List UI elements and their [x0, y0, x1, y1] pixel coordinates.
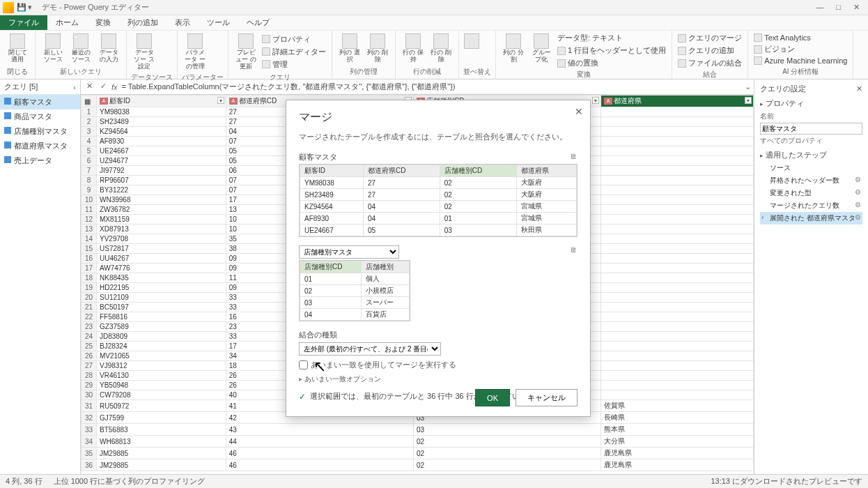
datatype-button[interactable]: データ型: テキスト: [556, 32, 667, 44]
preview-header[interactable]: 店舗種別CD: [440, 165, 516, 177]
preview-header[interactable]: 店舗種別: [361, 261, 409, 273]
dialog-close-icon[interactable]: ✕: [575, 106, 583, 117]
step-gear-icon[interactable]: ⚙: [855, 176, 861, 183]
ok-button[interactable]: OK: [475, 389, 510, 406]
column-header[interactable]: A顧客ID▾: [97, 96, 226, 107]
save-icon[interactable]: 💾: [17, 3, 26, 13]
vision-button[interactable]: ビジョン: [752, 43, 848, 55]
properties-button[interactable]: プロパティ: [261, 33, 327, 45]
datasource-settings-button[interactable]: データソー ス設定: [131, 32, 157, 72]
join-type-select[interactable]: 左外部 (最初の行すべて、および 2 番目の行のうち…: [299, 342, 441, 356]
fuzzy-match-checkbox[interactable]: [299, 360, 308, 369]
maximize-button[interactable]: □: [836, 3, 841, 12]
query-item[interactable]: 店舗種別マスタ: [0, 124, 80, 139]
table2-preview[interactable]: 店舗種別CD店舗種別01個人02小規模店03スーパー04百貨店: [299, 260, 410, 321]
section-steps[interactable]: 適用したステップ: [760, 147, 862, 162]
cancel-button[interactable]: キャンセル: [516, 389, 578, 406]
tab-addcolumn[interactable]: 列の追加: [119, 15, 166, 30]
window-title: デモ - Power Query エディター: [42, 2, 149, 13]
combine-files-button[interactable]: ファイルの結合: [676, 57, 743, 69]
text-analytics-button[interactable]: Text Analytics: [752, 33, 848, 43]
column-header[interactable]: A都道府県▾: [601, 96, 754, 107]
collapse-queries-icon[interactable]: ‹: [73, 83, 76, 91]
refresh-preview-button[interactable]: プレビュー の更新: [233, 32, 259, 72]
preview-row: UE246670503秋田県: [300, 224, 577, 236]
column-filter-icon[interactable]: ▾: [592, 97, 599, 104]
close-apply-button[interactable]: 閉じて 適用: [4, 32, 31, 66]
tab-transform[interactable]: 変換: [87, 15, 119, 30]
query-settings-panel: クエリの設定✕ プロパティ 名前 すべてのプロパティ 適用したステップ ソース昇…: [754, 79, 868, 487]
table1-preview[interactable]: 顧客ID都道府県CD店舗種別CD都道府県YM980382702大阪府SH2348…: [299, 164, 578, 237]
formula-cancel-icon[interactable]: ✕: [84, 82, 95, 93]
keep-rows-button[interactable]: 行の 保持: [400, 32, 426, 66]
step-gear-icon[interactable]: ⚙: [855, 201, 861, 208]
remove-rows-button[interactable]: 行の 削除: [428, 32, 454, 66]
applied-step[interactable]: 変更された型⚙: [760, 187, 862, 199]
step-gear-icon[interactable]: ⚙: [855, 188, 861, 196]
step-gear-icon[interactable]: ⚙: [855, 213, 861, 221]
query-item[interactable]: 売上データ: [0, 153, 80, 168]
group-by-button[interactable]: グルー プ化: [528, 32, 555, 69]
preview-row: AF89300401宮城県: [300, 213, 577, 224]
status-preview-time: 13:13 にダウンロードされたプレビューです: [711, 476, 862, 487]
formula-expand-icon[interactable]: ⌄: [745, 82, 751, 91]
parameters-button[interactable]: パラメータ ーの管理: [182, 32, 208, 72]
sort-button[interactable]: [463, 32, 480, 66]
column-filter-icon[interactable]: ▾: [745, 97, 752, 104]
applied-step[interactable]: マージされたクエリ数⚙: [760, 199, 862, 212]
merge-queries-button[interactable]: クエリのマージ: [676, 32, 743, 44]
first-row-header-button[interactable]: 1 行目をヘッダーとして使用: [556, 45, 667, 56]
choose-columns-button[interactable]: 列の 選択: [336, 32, 363, 66]
all-properties-link[interactable]: すべてのプロパティ: [760, 135, 862, 147]
fuzzy-match-label: あいまい一致を使用してマージを実行する: [311, 360, 456, 370]
table2-select[interactable]: 店舗種別マスタ: [299, 245, 399, 259]
preview-header[interactable]: 店舗種別CD: [300, 261, 362, 273]
append-queries-button[interactable]: クエリの追加: [676, 45, 743, 56]
manage-button[interactable]: 管理: [261, 59, 327, 70]
table1-options-icon[interactable]: 🗎: [570, 152, 578, 162]
tab-view[interactable]: 表示: [166, 15, 199, 30]
split-column-button[interactable]: 列の 分割: [500, 32, 527, 69]
query-item[interactable]: 商品マスタ: [0, 109, 80, 124]
formula-commit-icon[interactable]: ✓: [98, 82, 109, 93]
query-name-input[interactable]: [760, 123, 862, 135]
formula-input[interactable]: [121, 83, 742, 91]
close-window-button[interactable]: ✕: [853, 3, 860, 12]
section-properties[interactable]: プロパティ: [760, 96, 862, 110]
table-row[interactable]: 34WH688134402大分県: [82, 436, 754, 448]
tab-home[interactable]: ホーム: [47, 15, 87, 30]
status-profiling: 上位 1000 行に基づく列のプロファイリング: [54, 476, 206, 487]
replace-values-button[interactable]: 値の置換: [556, 57, 667, 69]
aml-button[interactable]: Azure Machine Learning: [752, 56, 848, 66]
tab-tools[interactable]: ツール: [199, 15, 238, 30]
preview-header[interactable]: 都道府県: [516, 165, 576, 177]
fx-icon[interactable]: fx: [111, 83, 118, 91]
enter-data-button[interactable]: データ の入力: [95, 32, 122, 66]
column-filter-icon[interactable]: ▾: [217, 97, 224, 104]
remove-columns-button[interactable]: 列の 削除: [364, 32, 391, 66]
preview-header[interactable]: 都道府県CD: [363, 165, 440, 177]
query-item[interactable]: 都道府県マスタ: [0, 139, 80, 153]
query-item[interactable]: 顧客マスタ: [0, 95, 80, 109]
titlebar: 💾 ▾ デモ - Power Query エディター — □ ✕: [0, 0, 868, 15]
table-row[interactable]: 33BT568834303熊本県: [82, 424, 754, 436]
recent-sources-button[interactable]: 最近の ソース: [68, 32, 94, 66]
tab-help[interactable]: ヘルプ: [238, 15, 278, 30]
table-row[interactable]: 36JM298854602鹿児島県: [82, 459, 754, 471]
tab-file[interactable]: ファイル: [0, 15, 47, 30]
applied-step[interactable]: ソース: [760, 162, 862, 174]
minimize-button[interactable]: —: [816, 3, 823, 12]
group-label-ai: AI 分析情報: [752, 66, 848, 77]
table-corner[interactable]: ▦: [82, 96, 97, 107]
qat-dropdown-icon[interactable]: ▾: [28, 3, 38, 13]
new-source-button[interactable]: 新しい ソース: [40, 32, 66, 66]
table2-options-icon[interactable]: 🗎: [570, 245, 578, 259]
ribbon: 閉じて 適用 閉じる 新しい ソース 最近の ソース データ の入力 新しいクエ…: [0, 31, 868, 79]
applied-step[interactable]: 昇格されたヘッダー数⚙: [760, 174, 862, 187]
table-row[interactable]: 35JM298854602鹿児島県: [82, 448, 754, 459]
applied-step[interactable]: 展開された 都道府県マスタ⚙: [760, 212, 862, 224]
fuzzy-options-toggle[interactable]: あいまい一致オプション: [299, 374, 578, 384]
close-settings-icon[interactable]: ✕: [856, 84, 862, 93]
advanced-editor-button[interactable]: 詳細エディター: [261, 46, 327, 58]
preview-header[interactable]: 顧客ID: [300, 165, 364, 177]
